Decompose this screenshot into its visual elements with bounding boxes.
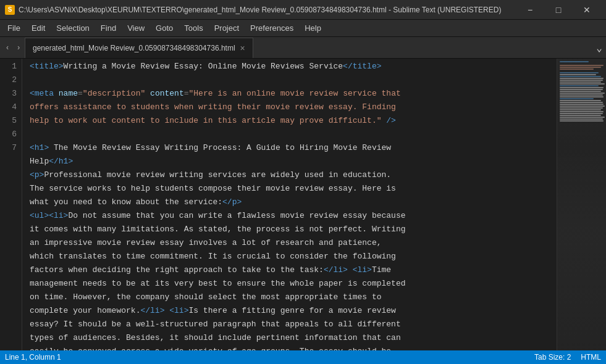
minimize-button[interactable]: − xyxy=(516,0,544,20)
minimap-overlay xyxy=(557,59,606,350)
minimap-content xyxy=(557,59,606,350)
line-numbers: 1 2 3 4 5 6 7 xyxy=(0,59,22,350)
code-line-7a: <ul><li>Do not assume that you can write… xyxy=(30,209,557,223)
tab-label: generated_html_Movie Review_0.0590873484… xyxy=(33,44,235,52)
line-num-2: 2 xyxy=(5,73,17,87)
code-line-7k: easily be conveyed across a wide variety… xyxy=(30,345,557,350)
minimap[interactable] xyxy=(557,59,606,350)
tab-close-button[interactable]: × xyxy=(240,43,245,53)
line-num-6: 6 xyxy=(5,128,17,141)
close-button[interactable]: ✕ xyxy=(573,0,601,20)
tab-nav-arrows[interactable]: ‹ › xyxy=(0,37,26,59)
menu-help[interactable]: Help xyxy=(300,21,326,36)
code-line-6b: The service works to help students compo… xyxy=(30,182,557,196)
code-line-3c: help to work out content to include in t… xyxy=(30,114,557,128)
code-line-6: <p>Professional movie review writing ser… xyxy=(30,168,557,182)
code-line-6c: what you need to know about the service:… xyxy=(30,196,557,209)
menu-goto[interactable]: Goto xyxy=(151,21,178,36)
code-line-7j: types of audiences. Besides, it should i… xyxy=(30,331,557,345)
code-line-5: <h1> The Movie Review Essay Writing Proc… xyxy=(30,141,557,155)
code-line-7c: an impressive movie review essay involve… xyxy=(30,236,557,250)
code-line-4 xyxy=(30,128,557,141)
code-line-7b: it comes with many limitations. As state… xyxy=(30,223,557,236)
code-line-7f: management needs to be at its very best … xyxy=(30,277,557,291)
window-controls[interactable]: − □ ✕ xyxy=(516,0,601,20)
code-line-5b: Help</h1> xyxy=(30,155,557,168)
tab-size: Tab Size: 2 xyxy=(534,353,571,362)
status-right: Tab Size: 2 HTML xyxy=(534,353,601,362)
app-icon: S xyxy=(5,5,15,15)
menu-view[interactable]: View xyxy=(122,21,149,36)
code-line-2 xyxy=(30,73,557,87)
tab-arrow-right[interactable]: › xyxy=(14,43,23,53)
tab-bar-chevron[interactable]: ⌄ xyxy=(596,37,606,59)
code-area[interactable]: <title>Writing a Movie Review Essay: Onl… xyxy=(22,59,557,350)
syntax-label: HTML xyxy=(581,353,601,362)
code-line-3b: offers assistance to students when writi… xyxy=(30,101,557,114)
menu-edit[interactable]: Edit xyxy=(27,21,50,36)
menu-project[interactable]: Project xyxy=(209,21,244,36)
code-line-7i: essay? It should be a well-structured pa… xyxy=(30,318,557,331)
line-num-5: 5 xyxy=(5,114,17,128)
code-line-7d: which translates to time commitment. It … xyxy=(30,250,557,263)
status-bar: Line 1, Column 1 Tab Size: 2 HTML xyxy=(0,350,606,364)
title-bar-left: S C:\Users\ASVNiX\Desktop\XEURUM\TEXTERR… xyxy=(5,5,501,15)
line-num-3: 3 xyxy=(5,87,17,101)
window-title: C:\Users\ASVNiX\Desktop\XEURUM\TEXTERRO\… xyxy=(19,6,501,14)
menu-tools[interactable]: Tools xyxy=(179,21,208,36)
menu-file[interactable]: File xyxy=(2,21,25,36)
menu-bar: File Edit Selection Find View Goto Tools… xyxy=(0,20,606,37)
editor-container: 1 2 3 4 5 6 7 <title>Writing a Movie Rev… xyxy=(0,59,606,350)
menu-selection[interactable]: Selection xyxy=(51,21,94,36)
line-num-7: 7 xyxy=(5,141,17,155)
line-num-4: 4 xyxy=(5,101,17,114)
title-bar: S C:\Users\ASVNiX\Desktop\XEURUM\TEXTERR… xyxy=(0,0,606,20)
tab-chevron-icon[interactable]: ⌄ xyxy=(596,42,602,54)
menu-find[interactable]: Find xyxy=(96,21,121,36)
code-line-7h: complete your homework.</li> <li>Is ther… xyxy=(30,304,557,318)
menu-preferences[interactable]: Preferences xyxy=(245,21,298,36)
tab-bar: ‹ › generated_html_Movie Review_0.059087… xyxy=(0,37,606,59)
editor-tab[interactable]: generated_html_Movie Review_0.0590873484… xyxy=(25,38,253,58)
code-line-7g: on time. However, the company should sel… xyxy=(30,291,557,304)
code-line-7e: factors when deciding the right approach… xyxy=(30,263,557,277)
tab-arrow-left[interactable]: ‹ xyxy=(2,43,12,53)
code-line-1: <title>Writing a Movie Review Essay: Onl… xyxy=(30,60,557,73)
code-line-3: <meta name="description" content="Here i… xyxy=(30,87,557,101)
line-num-1: 1 xyxy=(5,60,17,73)
cursor-position: Line 1, Column 1 xyxy=(5,353,61,362)
status-left: Line 1, Column 1 xyxy=(5,353,61,362)
maximize-button[interactable]: □ xyxy=(544,0,573,20)
